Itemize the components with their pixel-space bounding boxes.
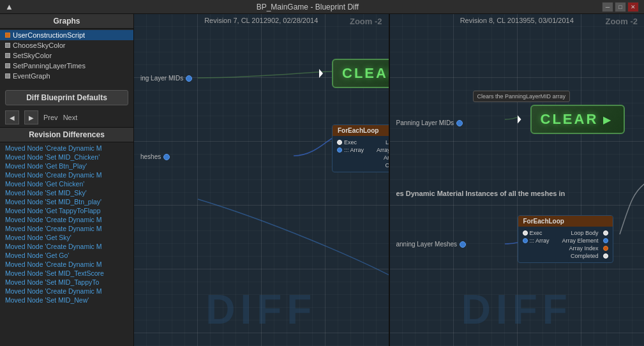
right-array-in-pin xyxy=(523,238,528,243)
revision-item-8[interactable]: Moved Node 'Create Dynamic M xyxy=(0,215,133,224)
right-panning-mids-label: Panning Layer MIDs xyxy=(396,119,454,126)
exec-label: Exec xyxy=(344,139,357,146)
panning-layer-mids-label: ing Layer MIDs xyxy=(140,75,183,82)
pin-array: ::: Array Array Element xyxy=(333,146,390,154)
array-index-label: Array Index xyxy=(384,154,390,161)
maximize-button[interactable]: □ xyxy=(615,2,626,12)
revision-item-13[interactable]: Moved Node 'Create Dynamic M xyxy=(0,260,133,269)
right-completed-pin xyxy=(603,253,608,259)
right-array-index-pin xyxy=(603,246,608,251)
comment-text: es Dynamic Material Instances of all the… xyxy=(396,190,565,197)
right-clear-box: CLEAR ▶ xyxy=(530,105,625,134)
graph-dot-icon xyxy=(5,63,10,68)
window-title: BP_MainGame - Blueprint Diff xyxy=(13,3,602,11)
right-array-element-pin xyxy=(603,238,608,243)
blueprint-area: Revision 7, CL 2012902, 02/28/2014 Zoom … xyxy=(134,14,644,346)
pin-exec-loopbody: Exec Loop Body xyxy=(333,139,390,146)
meshes-pin xyxy=(163,154,170,160)
revision-item-5[interactable]: Moved Node 'Set MID_Sky' xyxy=(0,188,133,197)
minimize-button[interactable]: ─ xyxy=(602,2,613,12)
right-pin-exec-loopbody: Exec Loop Body xyxy=(518,229,613,237)
left-panel-header: Revision 7, CL 2012902, 02/28/2014 xyxy=(134,17,389,24)
next-button[interactable]: ▶ xyxy=(24,110,38,124)
next-label: Next xyxy=(63,114,78,121)
graph-dot-icon xyxy=(5,33,10,38)
left-diff-watermark: DIFF xyxy=(206,286,317,333)
right-clear-label: CLEAR xyxy=(541,111,599,128)
right-clear-exec-in-icon xyxy=(518,115,524,124)
left-clear-node: CLEAR ▶ xyxy=(319,59,390,88)
right-exec-in-pin xyxy=(523,230,528,236)
revision-item-3[interactable]: Moved Node 'Create Dynamic M xyxy=(0,170,133,179)
revision-item-14[interactable]: Moved Node 'Set MID_TextScore xyxy=(0,269,133,278)
sidebar-item-setpanninglayertimes[interactable]: SetPanningLayerTimes xyxy=(0,61,133,71)
ue-logo: ▲ xyxy=(5,2,13,11)
sidebar-item-userconstructionscript[interactable]: UserConstructionScript xyxy=(0,30,133,40)
right-pin-array-index: Array Index xyxy=(518,244,613,252)
dynamic-material-comment: es Dynamic Material Instances of all the… xyxy=(396,190,565,197)
right-wires xyxy=(390,14,645,346)
diff-blueprint-defaults-button[interactable]: Diff Blueprint Defaults xyxy=(5,90,128,105)
revision-item-7[interactable]: Moved Node 'Get TappyToFlapp xyxy=(0,206,133,215)
right-loop-body-pin xyxy=(603,230,608,236)
pin-array-index: Array Index xyxy=(333,154,390,162)
right-foreach-body: Exec Loop Body ::: Array Array Element A… xyxy=(518,227,613,262)
graph-item-label: UserConstructionScript xyxy=(13,31,85,39)
left-zoom-label: Zoom -2 xyxy=(350,17,382,26)
main-layout: Graphs UserConstructionScript ChooseSkyC… xyxy=(0,14,644,346)
sidebar-item-chooseskycolor[interactable]: ChooseSkyColor xyxy=(0,40,133,50)
revision-item-12[interactable]: Moved Node 'Get Go' xyxy=(0,251,133,260)
graphs-section-title: Graphs xyxy=(0,14,133,29)
revision-item-16[interactable]: Moved Node 'Create Dynamic M xyxy=(0,287,133,296)
right-for-each-loop-node: ForEachLoop Exec Loop Body ::: Array A xyxy=(518,215,613,263)
sidebar-item-setskycolor[interactable]: SetSkyColor xyxy=(0,50,133,61)
revision-item-10[interactable]: Moved Node 'Get Sky' xyxy=(0,233,133,242)
revision-item-9[interactable]: Moved Node 'Create Dynamic M xyxy=(0,224,133,233)
graph-item-label: SetPanningLayerTimes xyxy=(13,62,86,70)
graph-item-label: EventGraph xyxy=(13,72,50,80)
right-array-label: ::: Array xyxy=(530,237,550,244)
revision-item-2[interactable]: Moved Node 'Get Btn_Play' xyxy=(0,162,133,170)
sidebar-item-eventgraph[interactable]: EventGraph xyxy=(0,71,133,81)
right-blueprint-panel[interactable]: Revision 8, CL 2013955, 03/01/2014 Zoom … xyxy=(390,14,645,346)
graph-list: UserConstructionScript ChooseSkyColor Se… xyxy=(0,29,133,82)
left-for-each-loop-node: ForEachLoop Exec Loop Body ::: Array A xyxy=(332,124,390,172)
revision-item-11[interactable]: Moved Node 'Create Dynamic M xyxy=(0,242,133,251)
array-element-label: Array Element xyxy=(377,147,390,153)
left-foreach-title: ForEachLoop xyxy=(338,127,378,134)
right-panning-meshes-pin xyxy=(460,241,466,248)
blueprint-panels: Revision 7, CL 2012902, 02/28/2014 Zoom … xyxy=(134,14,644,346)
right-foreach-title: ForEachLoop xyxy=(523,218,564,225)
right-foreach-header: ForEachLoop xyxy=(518,216,613,227)
revision-item-4[interactable]: Moved Node 'Get Chicken' xyxy=(0,179,133,188)
left-foreach-body: Exec Loop Body ::: Array Array Element A… xyxy=(333,136,390,172)
right-panning-meshes-label: anning Layer Meshes xyxy=(396,241,458,248)
array-label: ::: Array xyxy=(344,147,364,153)
right-array-element-label: Array Element xyxy=(562,237,598,244)
revision-list: Moved Node 'Create Dynamic M Moved Node … xyxy=(0,142,133,346)
revision-item-6[interactable]: Moved Node 'Set MID_Btn_play' xyxy=(0,197,133,206)
panning-layer-mids-node: ing Layer MIDs xyxy=(140,75,192,82)
revision-item-0[interactable]: Moved Node 'Create Dynamic M xyxy=(0,144,133,153)
prev-label: Prev xyxy=(43,114,58,121)
revision-item-17[interactable]: Moved Node 'Set MID_New' xyxy=(0,296,133,305)
array-in-pin xyxy=(337,147,342,153)
left-blueprint-panel[interactable]: Revision 7, CL 2012902, 02/28/2014 Zoom … xyxy=(134,14,390,346)
panning-mids-pin xyxy=(186,75,192,82)
right-diff-watermark: DIFF xyxy=(461,286,573,333)
prev-button[interactable]: ◀ xyxy=(5,110,19,124)
completed-label: Completed xyxy=(385,162,389,169)
close-button[interactable]: ✕ xyxy=(627,2,639,12)
left-foreach-header: ForEachLoop xyxy=(333,125,390,136)
graph-item-label: SetSkyColor xyxy=(13,52,52,59)
right-loop-body-label: Loop Body xyxy=(571,230,598,236)
right-clear-arrow-icon: ▶ xyxy=(603,114,611,126)
revision-item-15[interactable]: Moved Node 'Set MID_TappyTo xyxy=(0,278,133,287)
revision-item-1[interactable]: Moved Node 'Set MID_Chicken' xyxy=(0,153,133,162)
graph-dot-icon xyxy=(5,53,10,58)
clear-label: CLEAR xyxy=(342,65,390,82)
right-panning-layer-meshes-node: anning Layer Meshes xyxy=(396,241,467,248)
nav-controls: ◀ ▶ Prev Next xyxy=(0,109,133,127)
clear-box: CLEAR ▶ xyxy=(332,59,390,88)
tooltip-text: Clears the PanningLayerMID array xyxy=(477,93,566,100)
